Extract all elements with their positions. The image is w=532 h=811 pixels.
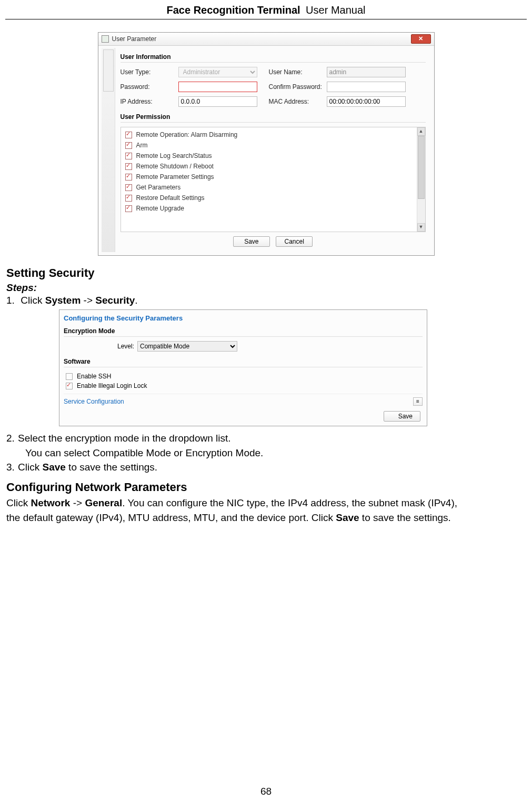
permission-checkbox[interactable]	[125, 132, 132, 138]
dialog-title: User Parameter	[112, 35, 157, 43]
label-mac-address: MAC Address:	[269, 98, 327, 105]
page-header: Face Recognition Terminal User Manual	[5, 0, 527, 19]
network-paragraph-line1: Click Network -> General. You can config…	[6, 496, 526, 510]
permission-checkbox[interactable]	[125, 195, 132, 202]
permission-checkbox[interactable]	[125, 163, 132, 170]
dialog2-title: Configuring the Security Parameters	[64, 313, 423, 326]
permission-item[interactable]: Arm	[124, 140, 414, 151]
section-software: Software	[64, 357, 423, 367]
enable-illegal-login-lock-checkbox[interactable]	[66, 383, 73, 389]
cancel-button[interactable]: Cancel	[276, 236, 313, 247]
label-ip-address: IP Address:	[121, 98, 178, 105]
enable-ssh-row[interactable]: Enable SSH	[64, 372, 423, 381]
close-button[interactable]: ✕	[411, 34, 431, 44]
permission-item[interactable]: Remote Shutdown / Reboot	[124, 161, 414, 172]
section-user-information: User Information	[121, 51, 426, 63]
save-button[interactable]: Save	[233, 236, 270, 247]
enable-ssh-label: Enable SSH	[77, 373, 111, 380]
step-2: 2.Select the encryption mode in the drop…	[6, 432, 526, 445]
label-password: Password:	[121, 83, 178, 91]
expand-icon[interactable]: ≡	[413, 397, 423, 406]
step-3: 3.Click Save to save the settings.	[6, 460, 526, 474]
page-number: 68	[5, 786, 527, 797]
permission-item[interactable]: Remote Operation: Alarm Disarming	[124, 129, 414, 140]
permission-checkbox[interactable]	[125, 142, 132, 149]
user-type-select[interactable]: Administrator	[178, 67, 257, 77]
scroll-down-arrow-icon[interactable]: ▼	[417, 223, 425, 232]
permission-checkbox[interactable]	[125, 205, 132, 212]
save-button-security[interactable]: Save	[384, 411, 420, 422]
permission-item[interactable]: Remote Log Search/Status	[124, 151, 414, 161]
header-title-reg: User Manual	[306, 4, 365, 16]
password-input[interactable]	[178, 82, 257, 92]
permission-label: Restore Default Settings	[136, 194, 205, 202]
permission-item[interactable]: Restore Default Settings	[124, 193, 414, 203]
step-2-sub: You can select Compatible Mode or Encryp…	[6, 446, 526, 460]
security-parameters-dialog: Configuring the Security Parameters Encr…	[59, 309, 427, 426]
permission-listbox: Remote Operation: Alarm DisarmingArmRemo…	[121, 127, 426, 232]
vertical-tab[interactable]	[103, 49, 114, 92]
permission-item[interactable]: Remote Parameter Settings	[124, 172, 414, 182]
ip-address-input[interactable]	[178, 96, 257, 107]
service-configuration-link[interactable]: Service Configuration	[64, 398, 124, 405]
steps-label: Steps:	[6, 282, 526, 294]
vertical-tab-strip	[102, 48, 115, 252]
user-parameter-dialog: User Parameter ✕ User Information User T…	[98, 32, 435, 256]
permission-label: Arm	[136, 142, 148, 149]
mac-address-input[interactable]	[327, 96, 406, 107]
permission-label: Get Parameters	[136, 184, 181, 191]
permission-label: Remote Parameter Settings	[136, 173, 214, 181]
permission-item[interactable]: Remote Upgrade	[124, 203, 414, 214]
label-level: Level:	[111, 343, 134, 350]
step-1: 1. Click System -> Security.	[6, 295, 526, 306]
network-paragraph-line2: the default gateway (IPv4), MTU address,…	[6, 511, 526, 525]
scrollbar[interactable]: ▲ ▼	[417, 127, 425, 232]
scroll-up-arrow-icon[interactable]: ▲	[417, 127, 425, 136]
permission-checkbox[interactable]	[125, 153, 132, 159]
enable-illegal-login-lock-row[interactable]: Enable Illegal Login Lock	[64, 381, 423, 391]
level-select[interactable]: Compatible Mode	[137, 341, 237, 352]
section-encryption-mode: Encryption Mode	[64, 326, 423, 337]
label-user-name: User Name:	[269, 68, 327, 76]
confirm-password-input[interactable]	[327, 82, 406, 92]
permission-checkbox[interactable]	[125, 174, 132, 181]
label-user-type: User Type:	[121, 68, 178, 76]
permission-checkbox[interactable]	[125, 184, 132, 191]
permission-label: Remote Shutdown / Reboot	[136, 163, 214, 170]
permission-label: Remote Operation: Alarm Disarming	[136, 131, 238, 138]
user-name-input[interactable]	[327, 67, 406, 77]
scroll-thumb[interactable]	[418, 136, 425, 199]
dialog-titlebar: User Parameter ✕	[98, 33, 434, 46]
app-icon	[102, 35, 109, 43]
heading-setting-security: Setting Security	[6, 266, 526, 280]
heading-network-parameters: Configuring Network Parameters	[6, 480, 526, 494]
enable-ssh-checkbox[interactable]	[66, 373, 73, 380]
permission-label: Remote Log Search/Status	[136, 152, 212, 159]
enable-illegal-login-lock-label: Enable Illegal Login Lock	[77, 382, 147, 389]
label-confirm-password: Confirm Password:	[269, 83, 327, 91]
permission-label: Remote Upgrade	[136, 205, 184, 212]
permission-item[interactable]: Get Parameters	[124, 182, 414, 193]
section-user-permission: User Permission	[121, 111, 426, 123]
header-title-bold: Face Recognition Terminal	[167, 4, 300, 16]
